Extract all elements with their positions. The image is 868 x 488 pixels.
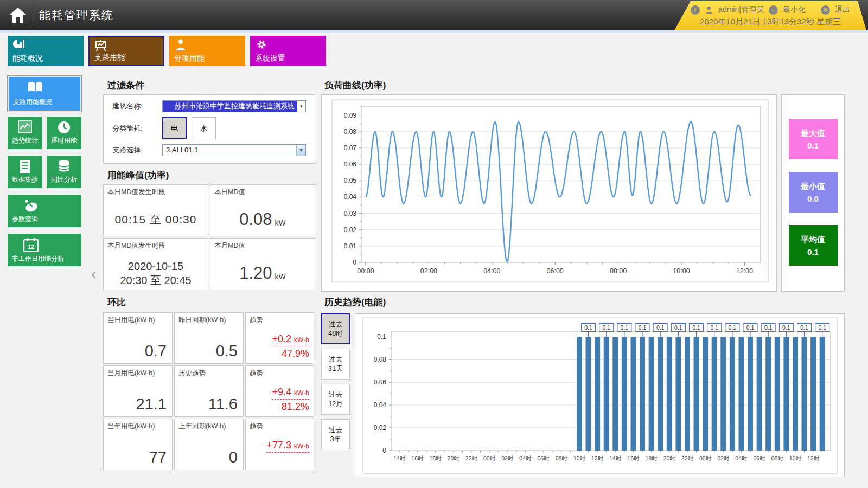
filter-panel: 建筑名称: 苏州市沧浪中学监控建筑能耗监测系统 ▼ 分类能耗: 电 水 支路选择… [103, 94, 315, 164]
svg-text:14时: 14时 [609, 455, 622, 461]
tab-past-31d[interactable]: 过去31天 [321, 349, 350, 380]
sidebar-item-trend-stats[interactable]: 趋势统计 [8, 117, 42, 149]
building-select-value: 苏州市沧浪中学监控建筑能耗监测系统 [163, 101, 297, 112]
svg-text:0.08: 0.08 [344, 128, 357, 136]
sidebar-item-label: 趋势统计 [12, 136, 38, 145]
stat-min: 最小值0.0 [789, 172, 838, 213]
svg-text:02:00: 02:00 [420, 267, 437, 275]
peak-cell-today-md: 本日MD值 0.08kW [210, 184, 315, 236]
tab-past-3y[interactable]: 过去3年 [321, 419, 350, 450]
peak-today-md-value: 0.08 [239, 210, 272, 229]
calendar-icon: 12 [23, 237, 39, 252]
easel-chart-icon [94, 40, 107, 52]
svg-text:0.1: 0.1 [674, 324, 682, 331]
hb-cell-year-usage: 当年用电(kW·h)77 [103, 419, 173, 470]
svg-text:0.1: 0.1 [584, 324, 592, 331]
trend-line-icon [18, 120, 32, 133]
chevron-down-icon[interactable]: ▼ [296, 145, 305, 156]
logout-button[interactable]: 退出 [835, 5, 850, 15]
tab-past-48h[interactable]: 过去48时 [321, 313, 350, 344]
svg-text:22时: 22时 [465, 455, 478, 461]
peak-grid: 本日MD值发生时段 00:15 至 00:30 本日MD值 0.08kW 本月M… [103, 184, 315, 290]
hb-cell-yesterday: 昨日同期(kW·h)0.5 [174, 312, 244, 364]
svg-text:0: 0 [382, 447, 386, 454]
hb-cell-month-usage: 当月用电(kW·h)21.1 [103, 365, 173, 417]
history-chart-panel: 00.020.040.060.080.114时16时18时20时22时00时02… [355, 313, 845, 477]
nav-energy-overview[interactable]: 能耗概况 [8, 36, 84, 66]
sidebar-item-label: 参数查询 [12, 215, 77, 224]
svg-text:06时: 06时 [538, 455, 550, 461]
huanbi-section-title: 环比 [107, 296, 126, 309]
energy-option-water[interactable]: 水 [192, 117, 216, 139]
sidebar: 支路用能概况 趋势统计 逐时用能 [8, 76, 81, 266]
svg-text:04时: 04时 [519, 455, 532, 461]
svg-text:0: 0 [353, 259, 356, 266]
svg-text:0.02: 0.02 [344, 226, 357, 234]
svg-text:20时: 20时 [663, 455, 676, 461]
svg-text:0.06: 0.06 [344, 160, 357, 168]
sidebar-item-label: 同比分析 [51, 175, 77, 184]
svg-text:0.1: 0.1 [800, 324, 808, 331]
user-icon [705, 5, 713, 14]
sidebar-collapse-chevron[interactable]: ‹ [91, 265, 97, 283]
datetime-label: 2020年10月21日 13时13分32秒 星期三 [674, 16, 866, 28]
svg-text:0.09: 0.09 [344, 112, 357, 119]
sidebar-item-branch-overview[interactable]: 支路用能概况 [8, 76, 81, 112]
svg-text:02时: 02时 [501, 455, 514, 461]
sidebar-item-hourly-energy[interactable]: 逐时用能 [47, 117, 81, 149]
svg-text:10时: 10时 [789, 455, 802, 461]
svg-text:06时: 06时 [754, 455, 766, 461]
energy-option-electric[interactable]: 电 [162, 117, 187, 139]
home-button[interactable] [4, 3, 31, 27]
info-icon[interactable]: i [691, 5, 700, 15]
minimize-icon[interactable]: – [769, 5, 778, 15]
svg-text:0.01: 0.01 [344, 242, 357, 250]
nav-branch-energy[interactable]: 支路用能 [88, 36, 164, 66]
hb-cell-trend-year: 趋势 +77.3 kW·h [245, 419, 314, 470]
svg-text:16时: 16时 [411, 455, 424, 461]
svg-text:0.1: 0.1 [818, 324, 826, 331]
svg-text:14时: 14时 [393, 455, 406, 461]
header-divider [0, 30, 868, 33]
hb-cell-history-trend: 历史趋势11.6 [174, 365, 244, 417]
branch-select[interactable]: 3.ALL01.1 ▼ [162, 144, 306, 156]
load-curve-chart: 00.010.020.030.040.050.060.070.080.0900:… [323, 97, 775, 290]
document-icon [18, 159, 31, 174]
building-select[interactable]: 苏州市沧浪中学监控建筑能耗监测系统 ▼ [162, 100, 306, 112]
minimize-button[interactable]: 最小化 [783, 5, 806, 15]
svg-text:10:00: 10:00 [673, 267, 690, 275]
sidebar-item-nonworkday-analysis[interactable]: 12 非工作日用能分析 [8, 234, 81, 266]
nav-system-settings[interactable]: 系统设置 [250, 36, 326, 66]
svg-text:00时: 00时 [699, 455, 712, 461]
close-icon[interactable]: ✕ [821, 5, 830, 15]
satellite-dish-icon [23, 198, 40, 213]
sidebar-item-parameter-query[interactable]: 参数查询 [8, 195, 81, 227]
svg-text:02时: 02时 [717, 455, 730, 461]
header: 能耗管理系统 i admin|管理员 – 最小化 ✕ 退出 2020年10月21… [0, 0, 868, 30]
nav-category-energy[interactable]: 分项用能 [169, 36, 245, 66]
svg-text:04:00: 04:00 [483, 267, 500, 275]
svg-text:0.1: 0.1 [602, 324, 610, 331]
svg-text:0.02: 0.02 [374, 424, 387, 432]
clock-icon [57, 120, 71, 134]
main-nav: 能耗概况 支路用能 分项用能 系统设置 [8, 36, 326, 66]
hb-cell-day-usage: 当日用电(kW·h)0.7 [103, 312, 173, 364]
svg-text:0.04: 0.04 [374, 401, 387, 409]
history-bar-chart: 00.020.040.060.080.114时16时18时20时22时00时02… [356, 315, 843, 476]
sidebar-item-data-collection[interactable]: 数据集抄 [8, 156, 42, 188]
svg-text:06:00: 06:00 [547, 267, 564, 275]
peak-cell-today-period: 本日MD值发生时段 00:15 至 00:30 [103, 184, 208, 236]
app-title: 能耗管理系统 [39, 0, 114, 30]
svg-text:20时: 20时 [448, 455, 460, 461]
svg-text:18时: 18时 [646, 455, 658, 461]
svg-text:0.04: 0.04 [344, 193, 357, 201]
book-icon [27, 81, 43, 94]
tab-past-12m[interactable]: 过去12月 [321, 384, 350, 415]
svg-text:18时: 18时 [430, 455, 442, 461]
pie-chart-icon [12, 38, 25, 50]
peak-cell-month-period: 本月MD值发生时段 2020-10-1520:30 至 20:45 [103, 238, 208, 290]
sidebar-item-yoy-analysis[interactable]: 同比分析 [47, 156, 81, 188]
hb-cell-trend-month: 趋势 +9.4 kW·h81.2% [245, 365, 314, 417]
app-root: 能耗管理系统 i admin|管理员 – 最小化 ✕ 退出 2020年10月21… [0, 0, 868, 488]
chevron-down-icon[interactable]: ▼ [297, 101, 305, 112]
